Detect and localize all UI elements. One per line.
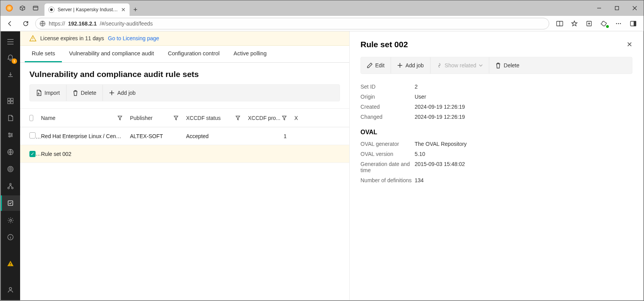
- tab-actions-icon[interactable]: [32, 5, 39, 12]
- details-panel: Rule set 002 ✕ Edit Add job Show related…: [349, 31, 643, 300]
- cell-publisher: ALTEX-SOFT: [130, 133, 186, 139]
- import-button[interactable]: Import: [30, 85, 67, 101]
- svg-point-15: [11, 135, 12, 136]
- col-name[interactable]: Name: [41, 115, 130, 121]
- favicon-icon: ⬢: [48, 7, 55, 13]
- svg-rect-11: [11, 98, 13, 101]
- alert-icon[interactable]: [1, 256, 20, 271]
- col-publisher[interactable]: Publisher: [130, 115, 186, 121]
- url-input[interactable]: https://192.168.2.1/#/security-audit/fee…: [35, 18, 549, 29]
- panel-add-job-button[interactable]: Add job: [391, 57, 430, 74]
- assets-icon[interactable]: [1, 110, 20, 126]
- field-gen-date: Generation date and time2015-09-03 15:48…: [360, 159, 632, 175]
- browser-tab[interactable]: ⬢ Server | Kaspersky Industrial Cybe ✕: [44, 3, 130, 16]
- svg-rect-1: [615, 7, 619, 10]
- rule-sets-table: Name Publisher XCCDF status XCCDF pro...…: [20, 108, 349, 163]
- field-oval-version: OVAL version5.10: [360, 149, 632, 159]
- field-set-id: Set ID2: [360, 82, 632, 92]
- nav-back[interactable]: [4, 18, 16, 29]
- licensing-link[interactable]: Go to Licensing page: [108, 35, 159, 41]
- svg-point-7: [620, 23, 621, 24]
- svg-rect-9: [634, 21, 636, 26]
- svg-point-20: [10, 169, 11, 169]
- user-icon[interactable]: [1, 282, 20, 298]
- main-toolbar: Import Delete Add job: [29, 84, 340, 101]
- info-icon[interactable]: [1, 229, 20, 245]
- extension-icon[interactable]: [597, 18, 610, 29]
- table-row[interactable]: Red Hat Enterprise Linux / CentO... ALTE…: [20, 127, 349, 145]
- url-host: 192.168.2.1: [68, 21, 97, 27]
- panel-delete-button[interactable]: Delete: [489, 57, 525, 74]
- tab-title: Server | Kaspersky Industrial Cybe: [58, 7, 118, 12]
- add-job-button[interactable]: Add job: [103, 85, 142, 101]
- panel-toolbar: Edit Add job Show related Delete: [360, 57, 632, 74]
- collections-icon[interactable]: [583, 18, 596, 29]
- svg-point-23: [10, 183, 11, 185]
- svg-rect-12: [8, 101, 10, 104]
- table-row[interactable]: ✓ Rule set 002: [20, 145, 349, 163]
- select-all-checkbox[interactable]: [29, 115, 33, 121]
- network-icon[interactable]: [1, 144, 20, 160]
- more-icon[interactable]: [612, 18, 625, 29]
- banner-text: License expires in 11 days: [40, 35, 104, 41]
- svg-rect-10: [8, 98, 10, 101]
- panel-close-icon[interactable]: ✕: [627, 40, 632, 49]
- new-tab-button[interactable]: +: [130, 6, 141, 14]
- col-xccdf-pro[interactable]: XCCDF pro...: [248, 115, 294, 121]
- profile-icon[interactable]: [6, 5, 13, 12]
- row-checkbox[interactable]: ✓: [29, 151, 36, 157]
- svg-point-25: [10, 219, 12, 221]
- sidebar-toggle-icon[interactable]: [627, 18, 640, 29]
- security-audit-icon[interactable]: [1, 195, 20, 211]
- filter-icon[interactable]: [174, 116, 178, 120]
- window-close[interactable]: [626, 0, 644, 16]
- workspaces-icon[interactable]: [19, 5, 26, 12]
- globe-icon: [39, 21, 46, 27]
- topology-icon[interactable]: [1, 178, 20, 194]
- favorites-icon[interactable]: [568, 18, 581, 29]
- main-content: License expires in 11 days Go to Licensi…: [20, 31, 349, 300]
- hamburger-icon[interactable]: [1, 35, 20, 48]
- field-num-defs: Number of definitions134: [360, 175, 632, 185]
- window-minimize[interactable]: [590, 0, 608, 16]
- svg-point-16: [9, 136, 10, 137]
- panel-title: Rule set 002: [360, 40, 408, 49]
- chevron-down-icon: [479, 63, 483, 67]
- tab-vuln-audit[interactable]: Vulnerability and compliance audit: [62, 46, 161, 62]
- svg-point-14: [9, 133, 10, 134]
- filter-icon[interactable]: [236, 116, 240, 120]
- delete-button[interactable]: Delete: [67, 85, 103, 101]
- notifications-icon[interactable]: 1: [1, 50, 20, 65]
- col-xccdf-status[interactable]: XCCDF status: [186, 115, 248, 121]
- tab-rule-sets[interactable]: Rule sets: [25, 46, 62, 62]
- field-changed: Changed2024-09-19 12:26:19: [360, 112, 632, 122]
- row-checkbox[interactable]: [29, 132, 36, 139]
- svg-point-5: [616, 23, 617, 24]
- svg-rect-0: [33, 6, 38, 10]
- cell-name: Rule set 002: [41, 151, 130, 157]
- window-maximize[interactable]: [608, 0, 626, 16]
- dashboard-icon[interactable]: [1, 93, 20, 109]
- table-header: Name Publisher XCCDF status XCCDF pro...…: [20, 109, 349, 127]
- tab-active-polling[interactable]: Active polling: [227, 46, 273, 62]
- svg-point-18: [8, 166, 13, 172]
- svg-point-19: [9, 168, 12, 171]
- svg-point-27: [9, 287, 12, 290]
- col-extra[interactable]: X: [294, 115, 306, 121]
- svg-point-22: [12, 187, 13, 189]
- filter-icon[interactable]: [118, 116, 122, 120]
- split-screen-icon[interactable]: [553, 18, 566, 29]
- filter-icon[interactable]: [282, 116, 287, 120]
- tab-config-control[interactable]: Configuration control: [161, 46, 227, 62]
- url-path: /#/security-audit/feeds: [100, 21, 153, 27]
- svg-rect-13: [11, 101, 13, 104]
- edit-button[interactable]: Edit: [361, 57, 391, 74]
- settings-icon[interactable]: [1, 212, 20, 228]
- tab-close-icon[interactable]: ✕: [121, 7, 126, 13]
- cell-xccdf-pro: 1: [248, 133, 294, 139]
- tune-icon[interactable]: [1, 127, 20, 143]
- nav-refresh[interactable]: [20, 18, 31, 29]
- field-origin: OriginUser: [360, 92, 632, 102]
- download-icon[interactable]: [1, 67, 20, 82]
- target-icon[interactable]: [1, 161, 20, 177]
